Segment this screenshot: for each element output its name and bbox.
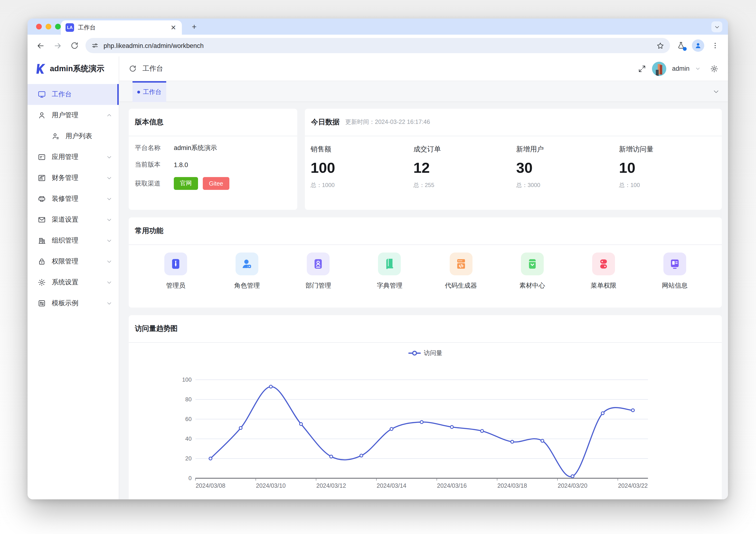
user-chevron-down-icon[interactable] (695, 66, 700, 71)
quick-item-label: 字典管理 (377, 281, 402, 290)
stat-new-users: 新增用户 30 总：3000 (516, 145, 619, 189)
new-tab-button[interactable]: + (189, 22, 200, 32)
quick-item-roles[interactable]: 角色管理 (234, 253, 260, 290)
gitee-button[interactable]: Gitee (203, 177, 230, 190)
official-site-button[interactable]: 官网 (174, 177, 198, 190)
sidebar-item-user-list[interactable]: 用户列表 (28, 126, 119, 147)
stat-total: 总：100 (619, 181, 722, 189)
reload-icon[interactable] (68, 40, 81, 52)
building-icon (38, 236, 46, 245)
stat-label: 销售额 (310, 145, 413, 154)
sidebar-item-permission-management[interactable]: 权限管理 (28, 251, 119, 272)
chevron-down-icon (106, 259, 112, 264)
forward-icon[interactable] (51, 40, 64, 52)
svg-text:20: 20 (185, 455, 192, 462)
quick-item-material-center[interactable]: 素材中心 (519, 253, 545, 290)
sidebar-item-organization-management[interactable]: 组织管理 (28, 230, 119, 251)
svg-text:2024/03/18: 2024/03/18 (498, 482, 527, 489)
quick-item-departments[interactable]: 部门管理 (306, 253, 331, 290)
quick-item-label: 部门管理 (306, 281, 331, 290)
browser-tab[interactable]: LA 工作台 ✕ (61, 20, 182, 35)
svg-text:40: 40 (185, 436, 192, 442)
quick-item-menu-permissions[interactable]: 菜单权限 (591, 253, 616, 290)
today-card-title: 今日数据 (311, 118, 339, 127)
tab-search-chevron-icon[interactable] (711, 21, 722, 32)
row-label: 平台名称 (135, 144, 174, 152)
sidebar-item-user-management[interactable]: 用户管理 (28, 105, 119, 126)
quick-item-label: 角色管理 (234, 281, 260, 290)
material-box-icon (521, 253, 544, 275)
sidebar-item-workbench[interactable]: 工作台 (28, 84, 119, 105)
sidebar-item-label: 权限管理 (52, 257, 78, 266)
sidebar-item-label: 用户列表 (66, 132, 92, 141)
menu-permission-toggle-icon (592, 253, 615, 275)
sidebar-item-system-settings[interactable]: 系统设置 (28, 272, 119, 293)
svg-text:2024/03/08: 2024/03/08 (196, 482, 225, 489)
tab-close-icon[interactable]: ✕ (170, 23, 177, 32)
workspace-tab-workbench[interactable]: 工作台 (132, 81, 166, 102)
tabbar-chevron-down-icon[interactable] (713, 88, 719, 95)
sidebar-item-decoration-management[interactable]: 装修管理 (28, 188, 119, 209)
chevron-down-icon (106, 280, 112, 285)
zoom-window-button[interactable] (55, 24, 61, 29)
svg-text:0: 0 (189, 475, 192, 481)
user-avatar[interactable] (652, 62, 666, 76)
sidebar-item-label: 装修管理 (52, 195, 78, 203)
sidebar-menu: 工作台 用户管理 用户列表 (28, 81, 119, 499)
sidebar-item-label: 渠道设置 (52, 216, 78, 224)
stat-orders: 成交订单 12 总：255 (413, 145, 516, 189)
url-text[interactable]: php.likeadmin.cn/admin/workbench (103, 42, 652, 49)
logo-k-icon (34, 63, 46, 75)
stat-sales: 销售额 100 总：1000 (310, 145, 413, 189)
close-window-button[interactable] (36, 24, 42, 29)
user-name[interactable]: admin (672, 65, 689, 72)
labs-badge-dot (683, 47, 687, 51)
sidebar-item-label: 组织管理 (52, 236, 78, 245)
sidebar-item-template-examples[interactable]: 模板示例 (28, 293, 119, 314)
quick-item-site-info[interactable]: 网站信息 (662, 253, 688, 290)
stat-label: 新增用户 (516, 145, 619, 154)
chrome-labs-flask-icon[interactable] (675, 40, 687, 52)
gear-icon (38, 278, 46, 287)
svg-text:2024/03/20: 2024/03/20 (558, 482, 587, 489)
bookmark-star-icon[interactable] (656, 41, 664, 50)
visits-trend-card: 访问量趋势图 访问量 0204060801002024/03/082024/03… (129, 315, 722, 499)
site-settings-icon[interactable] (91, 42, 99, 49)
quick-card-title: 常用功能 (129, 217, 722, 245)
lock-icon (38, 257, 46, 266)
quick-item-label: 素材中心 (519, 281, 545, 290)
svg-text:2024/03/12: 2024/03/12 (316, 482, 346, 489)
sidebar-item-app-management[interactable]: 应用管理 (28, 147, 119, 168)
active-tab-dot (137, 91, 140, 93)
app-logo[interactable]: admin系统演示 (28, 57, 119, 81)
refresh-icon[interactable] (129, 65, 137, 73)
chart-card-title: 访问量趋势图 (129, 315, 722, 343)
quick-item-label: 代码生成器 (445, 281, 477, 290)
settings-gear-icon[interactable] (710, 64, 718, 73)
monitor-icon (38, 90, 46, 99)
admin-app: admin系统演示 工作台 用户管理 (28, 57, 728, 499)
browser-menu-dots-icon[interactable] (709, 40, 721, 52)
fullscreen-icon[interactable] (638, 64, 646, 73)
sidebar-item-channel-settings[interactable]: 渠道设置 (28, 209, 119, 230)
quick-functions-card: 常用功能 管理员 角色管理 (129, 217, 722, 307)
decorate-icon (38, 195, 46, 203)
back-icon[interactable] (34, 40, 46, 52)
desktop: LA 工作台 ✕ + php.likeadmin.cn/admin/workbe… (0, 0, 756, 534)
minimize-window-button[interactable] (45, 24, 51, 29)
stat-total: 总：255 (413, 181, 516, 189)
browser-profile-avatar[interactable] (692, 40, 704, 52)
quick-item-admin[interactable]: 管理员 (164, 253, 187, 290)
browser-window: LA 工作台 ✕ + php.likeadmin.cn/admin/workbe… (28, 18, 728, 499)
chevron-up-icon (106, 113, 112, 118)
quick-item-dictionary[interactable]: 字典管理 (377, 253, 402, 290)
quick-item-label: 管理员 (166, 281, 185, 290)
stat-value: 100 (310, 159, 413, 176)
address-bar[interactable]: php.likeadmin.cn/admin/workbench (86, 38, 670, 53)
quick-item-code-generator[interactable]: 代码生成器 (445, 253, 477, 290)
row-label: 当前版本 (135, 160, 174, 169)
channel-row: 获取渠道 官网 Gitee (135, 177, 291, 190)
sidebar-item-finance-management[interactable]: 财务管理 (28, 168, 119, 188)
department-badge-icon (307, 253, 330, 275)
quick-item-label: 网站信息 (662, 281, 688, 290)
